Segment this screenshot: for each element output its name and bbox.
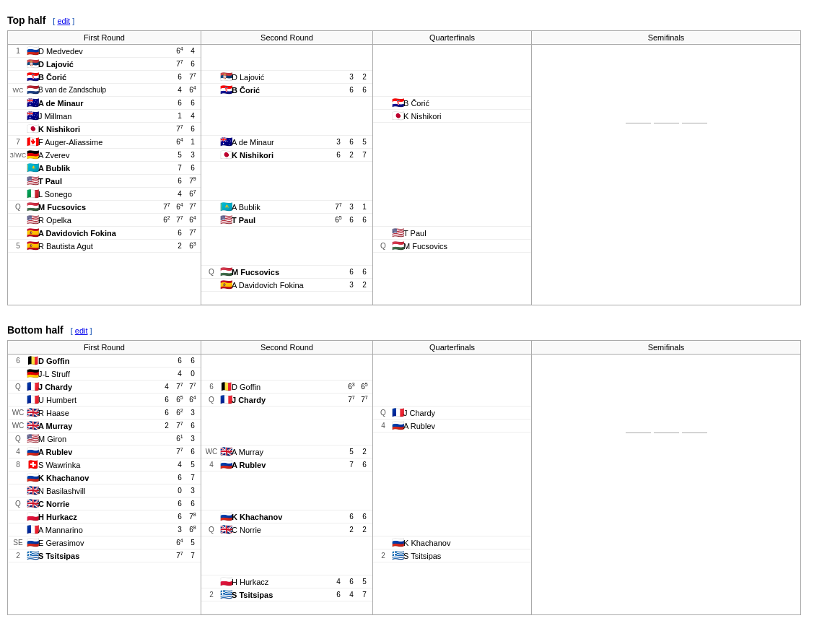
table-row: 1🇷🇺D Medvedev644 <box>8 45 201 58</box>
table-row: 🇭🇷B Čorić677 <box>8 71 201 84</box>
top-half-edit[interactable]: [ edit ] <box>53 17 74 25</box>
table-row: 🇵🇱H Hurkacz678 <box>8 510 201 523</box>
table-row: WC🇳🇱B van de Zandschulp464 <box>8 84 201 97</box>
bottom-quarters-header: Quarterfinals <box>373 341 531 355</box>
table-row: 🇩🇪J-L Struff40 <box>8 368 201 381</box>
table-row: 🇦🇺J Millman14 <box>8 110 201 123</box>
table-row: WC🇬🇧A Murray52 <box>201 445 372 458</box>
bottom-second-round-header: Second Round <box>201 341 372 355</box>
table-row: 🇦🇺A de Minaur365 <box>201 136 372 149</box>
bottom-quarters-col: Quarterfinals Q🇫🇷J Chardy 4🇷🇺A Rublev 🇷🇺… <box>373 341 532 614</box>
table-row: 6🇧🇪D Goffin66 <box>8 355 201 368</box>
table-row: Q🇭🇺M Fucsovics776477 <box>8 201 201 214</box>
table-row: 4🇷🇺A Rublev76 <box>201 458 372 471</box>
table-row: 5🇪🇸R Bautista Agut263 <box>8 240 201 253</box>
top-first-round-header: First Round <box>8 31 201 45</box>
table-row: WC🇬🇧R Haase6623 <box>8 407 201 420</box>
table-row: 2🇬🇷S Tsitsipas777 <box>8 549 201 562</box>
table-row: 🇦🇺A de Minaur66 <box>8 97 201 110</box>
bottom-half-section: Bottom half [ edit ] First Round 6🇧🇪D Go… <box>7 324 833 615</box>
table-row: Q🇫🇷J Chardy47777 <box>8 381 201 394</box>
table-row: Q🇬🇧C Norrie66 <box>8 497 201 510</box>
table-row: 🇯🇵K Nishikori627 <box>201 149 372 162</box>
table-row: 🇮🇹L Sonego467 <box>8 188 201 201</box>
top-half-title: Top half [ edit ] <box>7 14 833 26</box>
table-row: 🇷🇺K Khachanov66 <box>201 510 372 523</box>
table-row: 2🇬🇷S Tsitsipas <box>373 549 531 562</box>
table-row: 🇭🇷B Čorić <box>373 97 531 110</box>
table-row: Q🇫🇷J Chardy <box>373 407 531 420</box>
table-row: 4🇷🇺A Rublev <box>373 420 531 432</box>
table-row: Q🇺🇸M Giron613 <box>8 432 201 445</box>
table-row: 🇰🇿A Bublik7731 <box>201 201 372 214</box>
table-row: 🇷🇺K Khachanov67 <box>8 471 201 484</box>
bottom-first-round-col: First Round 6🇧🇪D Goffin66 🇩🇪J-L Struff40… <box>8 341 201 614</box>
top-second-round-header: Second Round <box>201 31 372 45</box>
bottom-half-bracket: First Round 6🇧🇪D Goffin66 🇩🇪J-L Struff40… <box>7 340 801 615</box>
table-row: 🇬🇧N Basilashvill03 <box>8 484 201 497</box>
table-row: 🇷🇺K Khachanov <box>373 536 531 549</box>
table-row: 🇷🇸D Lajović32 <box>201 71 372 84</box>
top-quarters-col: Quarterfinals 🇭🇷B Čorić 🇯🇵K Nishikori 🇺🇸… <box>373 31 532 305</box>
table-row: Q🇭🇺M Fucsovics <box>373 240 531 253</box>
top-half-section: Top half [ edit ] First Round 1🇷🇺D Medve… <box>7 14 833 305</box>
table-row: 🇰🇿A Bublik76 <box>8 162 201 175</box>
table-row: 🇪🇸A Davidovich Fokina677 <box>8 227 201 240</box>
table-row: 8🇨🇭S Wawrinka45 <box>8 458 201 471</box>
bottom-semis-col: Semifinals <box>532 341 800 614</box>
table-row: 🇵🇱H Hurkacz465 <box>201 575 372 588</box>
table-row: 🇫🇷U Humbert66564 <box>8 394 201 407</box>
table-row: Q🇭🇺M Fucsovics66 <box>201 266 372 279</box>
table-row: 🇺🇸R Opelka627764 <box>8 214 201 227</box>
top-quarters-header: Quarterfinals <box>373 31 531 45</box>
table-row: 7🇨🇦F Auger-Aliassime641 <box>8 136 201 149</box>
table-row: 🇯🇵K Nishikori <box>373 110 531 123</box>
table-row: 4🇷🇺A Rublev776 <box>8 445 201 458</box>
bottom-half-edit[interactable]: [ edit ] <box>71 326 92 335</box>
table-row: 🇭🇷B Čorić66 <box>201 84 372 97</box>
table-row: 🇺🇸T Paul679 <box>8 175 201 188</box>
table-row: 6🇧🇪D Goffin6365 <box>201 381 372 394</box>
top-first-round-col: First Round 1🇷🇺D Medvedev644 🇷🇸D Lajović… <box>8 31 201 305</box>
top-second-round-col: Second Round 🇷🇸D Lajović32 🇭🇷B Čorić66 🇦… <box>201 31 373 305</box>
table-row: Q🇬🇧C Norrie22 <box>201 523 372 536</box>
bottom-second-round-col: Second Round 6🇧🇪D Goffin6365 Q🇫🇷J Chardy… <box>201 341 373 614</box>
bottom-semis-header: Semifinals <box>532 341 800 355</box>
page-container: Top half [ edit ] First Round 1🇷🇺D Medve… <box>7 14 833 615</box>
table-row: WC🇬🇧A Murray2776 <box>8 420 201 432</box>
table-row: 🇯🇵K Nishikori776 <box>8 123 201 136</box>
bottom-half-title: Bottom half [ edit ] <box>7 324 833 336</box>
top-semis-col: Semifinals <box>532 31 800 305</box>
table-row: 🇺🇸T Paul <box>373 227 531 240</box>
table-row: 3/WC🇩🇪A Zverev53 <box>8 149 201 162</box>
table-row: 2🇬🇷S Tsitsipas647 <box>201 588 372 601</box>
table-row: 🇷🇸D Lajović776 <box>8 58 201 71</box>
top-semis-header: Semifinals <box>532 31 800 45</box>
bottom-first-round-header: First Round <box>8 341 201 355</box>
top-half-bracket: First Round 1🇷🇺D Medvedev644 🇷🇸D Lajović… <box>7 30 801 305</box>
table-row: 🇺🇸T Paul6566 <box>201 214 372 227</box>
table-row: 🇪🇸A Davidovich Fokina32 <box>201 279 372 292</box>
table-row: 🇫🇷A Mannarino368 <box>8 523 201 536</box>
table-row: SE🇷🇺E Gerasimov645 <box>8 536 201 549</box>
table-row: Q🇫🇷J Chardy7777 <box>201 394 372 407</box>
